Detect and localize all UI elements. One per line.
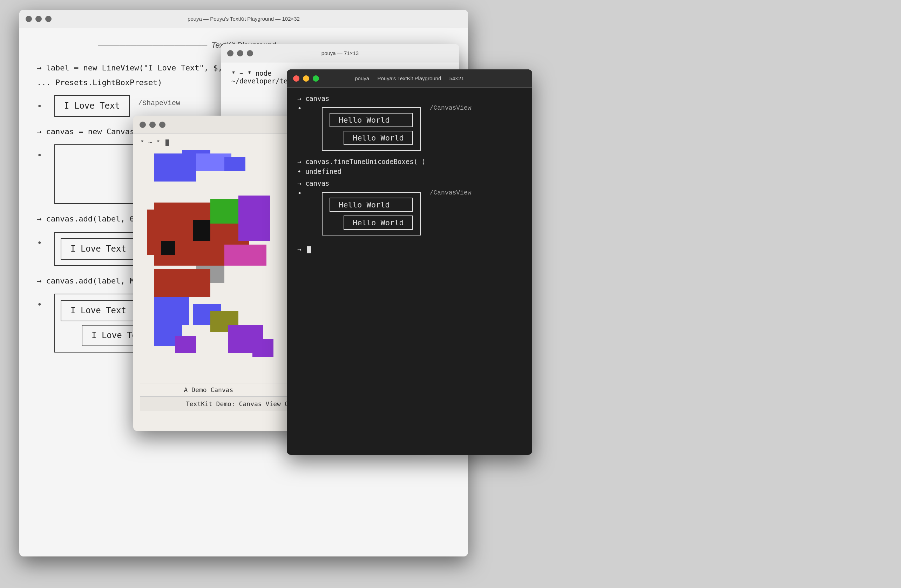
minimize-button-win4[interactable]	[303, 75, 309, 82]
traffic-lights-win2	[227, 50, 253, 56]
close-button-win2[interactable]	[227, 50, 234, 56]
pixel-canvas-left: A Demo Canvas	[140, 150, 277, 396]
win4-canvas-content-1: Hello World Hello World	[311, 104, 421, 154]
svg-rect-3	[224, 157, 245, 171]
win4-shape-type-2: /CanvasView	[430, 189, 472, 196]
win4-shape-type-1: /CanvasView	[430, 104, 472, 112]
shape-label-ilovtext-3: I Love Text	[61, 238, 136, 260]
window-title-win1: pouya — Pouya's TextKit Playground — 102…	[187, 16, 300, 22]
win4-undefined-text: • undefined	[297, 168, 341, 175]
win4-hello-world-2b: Hello World	[344, 216, 413, 230]
svg-rect-19	[175, 336, 196, 353]
maximize-button-win2[interactable]	[247, 50, 253, 56]
shape-label-ilovtext-1: I Love Text	[55, 95, 130, 117]
svg-rect-11	[238, 220, 270, 241]
minimize-button-win2[interactable]	[237, 50, 243, 56]
code-cont-1: ... Presets.LightBoxPreset)	[37, 78, 162, 87]
canvas-box-with-label-1: I Love Text	[55, 232, 142, 266]
maximize-button-win1[interactable]	[45, 16, 51, 22]
win4-canvas-content-2: Hello World Hello World	[311, 189, 421, 238]
win4-finetune-line: → canvas.fineTuneUnicodeBoxes( )	[297, 158, 522, 165]
maximize-button-win3[interactable]	[159, 121, 165, 128]
bullet-content-3: I Love Text	[55, 232, 142, 266]
window-title-win4: pouya — Pouya's TextKit Playground — 54×…	[355, 75, 464, 81]
win4-arrow-1: → canvas	[297, 95, 330, 102]
win4-finetune-text: → canvas.fineTuneUnicodeBoxes( )	[297, 158, 426, 165]
terminal-cursor-win3	[165, 140, 169, 146]
svg-rect-7	[193, 220, 210, 241]
svg-rect-12	[224, 244, 267, 266]
svg-rect-15	[154, 297, 189, 325]
svg-rect-21	[253, 339, 273, 357]
bullet-dot-4: •	[37, 297, 47, 313]
svg-rect-10	[238, 196, 270, 224]
titlebar-win4: pouya — Pouya's TextKit Playground — 54×…	[287, 69, 532, 88]
win4-canvas1-prompt: → canvas	[297, 95, 522, 102]
win4-hello-world-1a: Hello World	[330, 113, 413, 127]
svg-rect-8	[161, 241, 175, 255]
svg-rect-14	[154, 269, 210, 297]
traffic-lights-win3	[140, 121, 165, 128]
win4-bullet-dot-2: •	[297, 189, 306, 198]
win4-bullet-dot-1: •	[297, 104, 306, 113]
titlebar-win1: pouya — Pouya's TextKit Playground — 102…	[19, 10, 468, 28]
titlebar-win2: pouya — 71×13	[221, 44, 459, 62]
win4-canvas-box-1: Hello World Hello World	[322, 107, 421, 151]
shape-type-1: /ShapeView	[137, 97, 180, 109]
traffic-lights-win4	[293, 75, 319, 82]
win4-final-prompt: →	[297, 245, 522, 254]
win4-bullet-row-1: • Hello World Hello World /CanvasView	[297, 104, 522, 154]
terminal-cursor-win4	[307, 246, 311, 254]
win4-canvas2-prompt: → canvas	[297, 179, 522, 187]
pixel-art-svg-left	[140, 150, 277, 381]
bullet-dot-1: •	[37, 99, 47, 114]
minimize-button-win1[interactable]	[36, 16, 42, 22]
win4-prompt-arrow: →	[297, 245, 306, 253]
close-button-win1[interactable]	[26, 16, 32, 22]
win4-hello-world-1b: Hello World	[344, 131, 413, 145]
win4-bullet-row-2: • Hello World Hello World /CanvasView	[297, 189, 522, 238]
minimize-button-win3[interactable]	[150, 121, 156, 128]
win4-undefined-line: • undefined	[297, 168, 522, 175]
win4-hello-world-2a: Hello World	[330, 198, 413, 212]
maximize-button-win4[interactable]	[313, 75, 319, 82]
win4-canvas-box-2: Hello World Hello World	[322, 192, 421, 235]
close-button-win3[interactable]	[140, 121, 146, 128]
svg-rect-9	[210, 199, 238, 224]
close-button-win4[interactable]	[293, 75, 299, 82]
win3-prompt-text: * ~ *	[140, 139, 164, 146]
window-textkit-terminal[interactable]: pouya — Pouya's TextKit Playground — 54×…	[287, 69, 532, 455]
window-title-win2: pouya — 71×13	[321, 50, 359, 56]
bullet-dot-3: •	[37, 235, 47, 251]
bullet-dot-2: •	[37, 148, 47, 163]
win4-arrow-2: → canvas	[297, 179, 330, 187]
bullet-content-1: I Love Text	[55, 95, 130, 117]
traffic-lights-win1	[26, 16, 51, 22]
canvas-label-left: A Demo Canvas	[140, 383, 277, 396]
win4-content: → canvas • Hello World Hello World /Canv…	[287, 88, 532, 263]
